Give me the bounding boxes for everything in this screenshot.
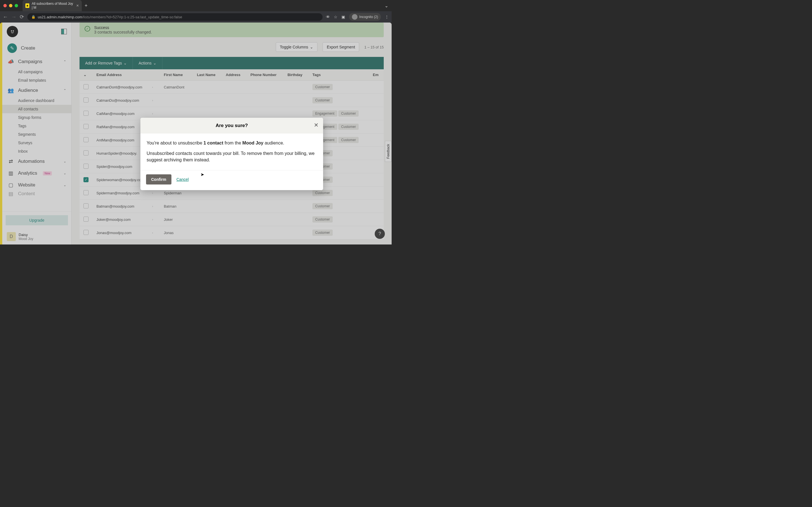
url-path: /lists/members?id=527#p:1-s:25-sa:last_u…	[82, 15, 182, 19]
incognito-badge[interactable]: Incognito (2)	[349, 13, 381, 21]
favicon-icon: ✳	[26, 3, 29, 8]
modal-body: You're about to unsubscribe 1 contact fr…	[140, 133, 323, 170]
browser-chrome: ✳ All subscribers of Mood Joy | M ✕ + ⌄ …	[0, 0, 392, 22]
forward-button: →	[11, 14, 16, 20]
app: ✎ Create 📣 Campaigns ⌃ All campaigns Ema…	[0, 22, 392, 244]
back-button[interactable]: ←	[3, 14, 8, 20]
modal-header: Are you sure? ✕	[140, 118, 323, 133]
modal-body1-bold2: Mood Joy	[243, 140, 264, 145]
window-minimize[interactable]	[9, 4, 12, 7]
lock-icon: 🔒	[31, 15, 36, 19]
modal-body1-pre: You're about to unsubscribe	[147, 140, 204, 145]
url-host: us21.admin.mailchimp.com	[38, 15, 82, 19]
eye-off-icon[interactable]: 👁	[326, 15, 330, 19]
bookmark-icon[interactable]: ☆	[334, 15, 338, 19]
confirm-button[interactable]: Confirm	[146, 174, 171, 184]
modal-body2: Unsubscribed contacts count towards your…	[147, 150, 317, 163]
incognito-label: Incognito (2)	[359, 15, 378, 19]
titlebar: ✳ All subscribers of Mood Joy | M ✕ + ⌄	[0, 0, 392, 11]
modal-body1-post: audience.	[263, 140, 284, 145]
kebab-menu-icon[interactable]: ⋮	[385, 15, 389, 19]
modal-close-icon[interactable]: ✕	[314, 122, 319, 128]
modal-footer: Confirm Cancel	[140, 170, 323, 190]
window-controls	[3, 4, 18, 7]
window-maximize[interactable]	[15, 4, 18, 7]
modal-title: Are you sure?	[216, 123, 248, 128]
cancel-button[interactable]: Cancel	[176, 177, 189, 182]
incognito-icon	[352, 14, 357, 20]
tabs-dropdown-icon[interactable]: ⌄	[385, 3, 388, 8]
reload-button[interactable]: ⟳	[20, 14, 24, 20]
toolbar-right: 👁 ☆ ▣ Incognito (2) ⋮	[326, 13, 389, 21]
window-close[interactable]	[3, 4, 7, 7]
modal-body1-mid: from the	[223, 140, 243, 145]
url-bar[interactable]: 🔒 us21.admin.mailchimp.com/lists/members…	[28, 13, 322, 21]
confirm-modal: Are you sure? ✕ You're about to unsubscr…	[140, 118, 323, 190]
tab-close-icon[interactable]: ✕	[76, 4, 79, 8]
new-tab-button[interactable]: +	[85, 3, 88, 9]
browser-tab[interactable]: ✳ All subscribers of Mood Joy | M ✕	[22, 0, 82, 11]
panel-icon[interactable]: ▣	[342, 15, 345, 19]
tab-title: All subscribers of Mood Joy | M	[32, 2, 74, 10]
modal-body1-bold1: 1 contact	[204, 140, 223, 145]
browser-toolbar: ← → ⟳ 🔒 us21.admin.mailchimp.com/lists/m…	[0, 11, 392, 22]
